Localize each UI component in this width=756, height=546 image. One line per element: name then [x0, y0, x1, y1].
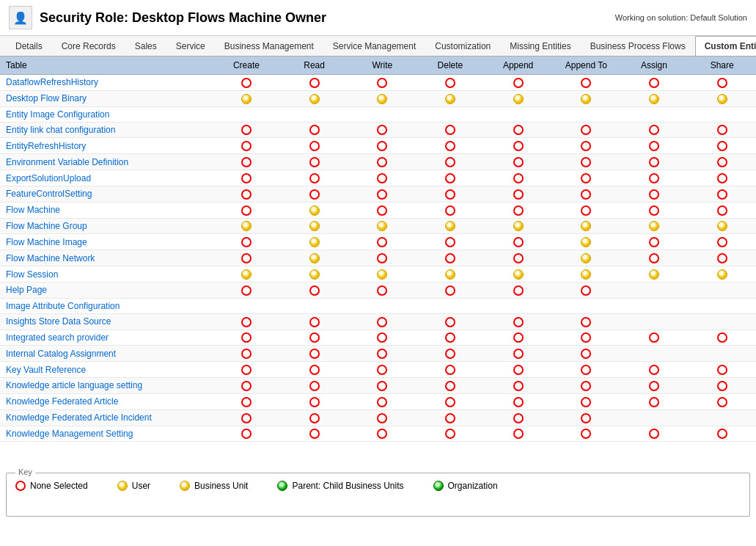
permission-cell[interactable] — [280, 106, 348, 122]
permission-cell[interactable] — [484, 410, 552, 426]
user-icon[interactable] — [513, 269, 524, 280]
permission-cell[interactable] — [620, 362, 689, 378]
none-selected-icon[interactable] — [377, 78, 387, 88]
permission-cell[interactable] — [213, 346, 281, 362]
user-icon[interactable] — [649, 94, 659, 104]
user-icon[interactable] — [241, 221, 252, 231]
permission-cell[interactable] — [688, 122, 756, 138]
table-name-cell[interactable]: Integrated search provider — [0, 330, 213, 346]
tab-service-management[interactable]: Service Management — [323, 36, 425, 56]
none-selected-icon[interactable] — [513, 157, 524, 167]
permission-cell[interactable] — [552, 122, 620, 138]
permission-cell[interactable] — [348, 90, 416, 106]
tab-service[interactable]: Service — [166, 36, 215, 56]
permission-cell[interactable] — [552, 426, 620, 442]
none-selected-icon[interactable] — [377, 397, 387, 407]
none-selected-icon[interactable] — [445, 381, 455, 391]
none-selected-icon[interactable] — [513, 125, 524, 135]
none-selected-icon[interactable] — [309, 349, 320, 359]
permission-cell[interactable] — [688, 282, 756, 298]
user-icon[interactable] — [513, 221, 524, 231]
none-selected-icon[interactable] — [717, 141, 727, 151]
permission-cell[interactable] — [484, 138, 552, 154]
permission-cell[interactable] — [552, 138, 620, 154]
none-selected-icon[interactable] — [581, 285, 591, 296]
none-selected-icon[interactable] — [309, 381, 320, 391]
permission-cell[interactable] — [620, 106, 689, 122]
none-selected-icon[interactable] — [377, 157, 387, 167]
none-selected-icon[interactable] — [649, 237, 659, 247]
permission-cell[interactable] — [280, 154, 348, 170]
table-name-cell[interactable]: Entity Image Configuration — [0, 106, 213, 122]
none-selected-icon[interactable] — [717, 78, 727, 88]
table-name-cell[interactable]: FeatureControlSetting — [0, 186, 213, 202]
user-icon[interactable] — [117, 481, 128, 491]
table-name-cell[interactable]: Flow Session — [0, 266, 213, 283]
tab-core-records[interactable]: Core Records — [52, 36, 125, 56]
permission-cell[interactable] — [688, 330, 756, 346]
permission-cell[interactable] — [688, 75, 756, 91]
table-name-cell[interactable]: ExportSolutionUpload — [0, 170, 213, 186]
none-selected-icon[interactable] — [649, 125, 659, 135]
user-icon[interactable] — [309, 269, 320, 280]
permission-cell[interactable] — [484, 313, 552, 330]
permission-cell[interactable] — [620, 75, 689, 91]
permission-cell[interactable] — [416, 266, 485, 283]
permission-cell[interactable] — [688, 266, 756, 283]
permission-cell[interactable] — [280, 346, 348, 362]
user-icon[interactable] — [649, 221, 659, 231]
permission-cell[interactable] — [348, 154, 416, 170]
none-selected-icon[interactable] — [581, 381, 591, 391]
none-selected-icon[interactable] — [309, 189, 320, 200]
permission-cell[interactable] — [552, 378, 620, 394]
table-name-cell[interactable]: Insights Store Data Source — [0, 313, 213, 330]
permission-cell[interactable] — [416, 154, 485, 170]
user-icon[interactable] — [309, 94, 320, 104]
permission-cell[interactable] — [484, 250, 552, 266]
permission-cell[interactable] — [620, 298, 689, 313]
permission-cell[interactable] — [620, 266, 689, 283]
permission-cell[interactable] — [416, 170, 485, 186]
permission-cell[interactable] — [688, 202, 756, 218]
user-icon[interactable] — [445, 269, 455, 280]
permission-cell[interactable] — [484, 106, 552, 122]
none-selected-icon[interactable] — [649, 253, 659, 263]
permission-cell[interactable] — [620, 170, 689, 186]
permission-cell[interactable] — [484, 234, 552, 250]
permission-cell[interactable] — [484, 330, 552, 346]
none-selected-icon[interactable] — [445, 125, 455, 135]
permission-cell[interactable] — [416, 330, 485, 346]
table-name-cell[interactable]: Key Vault Reference — [0, 362, 213, 378]
permission-cell[interactable] — [552, 202, 620, 218]
permission-cell[interactable] — [280, 298, 348, 313]
permission-cell[interactable] — [416, 218, 485, 234]
permission-cell[interactable] — [213, 106, 281, 122]
none-selected-icon[interactable] — [445, 317, 455, 327]
permission-cell[interactable] — [620, 202, 689, 218]
tab-custom-entities[interactable]: Custom Entities — [695, 36, 756, 57]
permission-cell[interactable] — [280, 282, 348, 298]
permission-cell[interactable] — [348, 393, 416, 410]
user-icon[interactable] — [377, 221, 387, 231]
none-selected-icon[interactable] — [513, 78, 524, 88]
permission-cell[interactable] — [348, 282, 416, 298]
permission-cell[interactable] — [552, 330, 620, 346]
none-selected-icon[interactable] — [513, 237, 524, 247]
permission-cell[interactable] — [280, 266, 348, 283]
permission-cell[interactable] — [688, 313, 756, 330]
none-selected-icon[interactable] — [581, 78, 591, 88]
business-unit-icon[interactable] — [180, 481, 190, 491]
none-selected-icon[interactable] — [717, 189, 727, 200]
permission-cell[interactable] — [552, 170, 620, 186]
none-selected-icon[interactable] — [513, 173, 524, 183]
none-selected-icon[interactable] — [309, 173, 320, 183]
none-selected-icon[interactable] — [649, 157, 659, 167]
permission-cell[interactable] — [213, 90, 281, 106]
permission-cell[interactable] — [620, 346, 689, 362]
none-selected-icon[interactable] — [241, 141, 252, 151]
none-selected-icon[interactable] — [377, 189, 387, 200]
permission-cell[interactable] — [416, 250, 485, 266]
permission-cell[interactable] — [552, 90, 620, 106]
permission-cell[interactable] — [416, 362, 485, 378]
permission-cell[interactable] — [416, 282, 485, 298]
